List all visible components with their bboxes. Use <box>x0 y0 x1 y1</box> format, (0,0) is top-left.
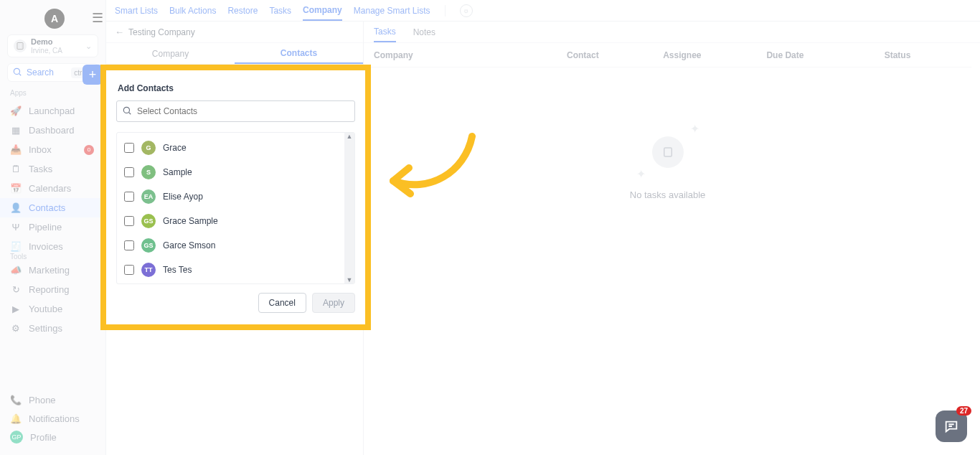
account-switcher[interactable]: Demo Irvine, CA ⌄ <box>7 34 98 57</box>
contact-row[interactable]: SSample <box>117 160 354 184</box>
empty-text: No tasks available <box>630 189 706 200</box>
nav-reporting[interactable]: ↻Reporting <box>0 280 105 299</box>
phone-icon: 📞 <box>10 395 22 405</box>
search-label: Search <box>27 67 67 78</box>
contact-avatar: GS <box>141 238 156 253</box>
toptab-company[interactable]: Company <box>303 1 342 21</box>
dashboard-icon: ▦ <box>10 125 22 136</box>
help-icon[interactable]: ☼ <box>460 4 473 17</box>
contact-checkbox[interactable] <box>124 240 134 250</box>
nav-label: Contacts <box>29 202 65 213</box>
contact-checkbox[interactable] <box>124 216 134 226</box>
invoice-icon: 🧾 <box>10 241 22 252</box>
toptab-smart-lists[interactable]: Smart Lists <box>115 1 158 20</box>
contact-checkbox[interactable] <box>124 265 134 275</box>
contact-checkbox[interactable] <box>124 192 134 202</box>
contact-row[interactable]: TTTes Tes <box>117 258 354 282</box>
back-button[interactable]: ← <box>115 27 124 37</box>
chat-fab[interactable]: 27 <box>936 411 967 442</box>
nav-launchpad[interactable]: 🚀Launchpad <box>0 101 105 121</box>
megaphone-icon: 📣 <box>10 265 22 276</box>
scroll-up-icon[interactable]: ▲ <box>344 133 354 140</box>
calendar-icon: 📅 <box>10 183 22 194</box>
nav-dashboard[interactable]: ▦Dashboard <box>0 121 105 140</box>
nav-settings[interactable]: ⚙Settings <box>0 319 105 338</box>
contacts-icon: 👤 <box>10 202 22 213</box>
toptab-manage[interactable]: Manage Smart Lists <box>354 1 430 20</box>
contact-name: Elise Ayop <box>163 192 203 202</box>
nav-tasks[interactable]: 🗒Tasks <box>0 159 105 179</box>
nav-contacts[interactable]: 👤Contacts <box>0 198 105 217</box>
section-tools: Tools <box>0 253 105 261</box>
cancel-button[interactable]: Cancel <box>258 293 306 313</box>
toptab-bulk-actions[interactable]: Bulk Actions <box>169 1 216 20</box>
subtab-contacts[interactable]: Contacts <box>235 43 363 64</box>
nav-label: Invoices <box>29 241 63 252</box>
bell-icon: 🔔 <box>10 413 22 424</box>
nav-calendars[interactable]: 📅Calendars <box>0 179 105 198</box>
inbox-badge: 0 <box>84 145 94 155</box>
sparkle-icon: ✦ <box>636 167 646 181</box>
nav-youtube[interactable]: ▶Youtube <box>0 299 105 319</box>
subtab-company[interactable]: Company <box>106 43 235 64</box>
search-icon <box>12 67 22 79</box>
contact-row[interactable]: GSGarce Smson <box>117 233 354 258</box>
scroll-down-icon[interactable]: ▼ <box>344 276 354 283</box>
add-contacts-modal: Add Contacts ▲ ▼ GGraceSSampleEAElise Ay… <box>100 65 371 330</box>
rocket-icon: 🚀 <box>10 105 22 116</box>
contact-checkbox[interactable] <box>124 143 134 153</box>
col-assignee: Assignee <box>663 50 759 60</box>
nav-phone[interactable]: 📞Phone <box>0 390 105 409</box>
youtube-icon: ▶ <box>10 304 22 314</box>
contact-avatar: TT <box>141 263 156 277</box>
rtab-notes[interactable]: Notes <box>413 23 435 42</box>
hamburger-icon[interactable]: ☰ <box>92 10 103 26</box>
gear-icon: ⚙ <box>10 323 22 334</box>
contacts-search-input[interactable] <box>116 100 355 122</box>
empty-state: ✦ ✦ No tasks available <box>364 67 971 268</box>
svg-rect-2 <box>664 148 672 156</box>
company-subtabs: Company Contacts <box>106 43 363 65</box>
scrollbar[interactable]: ▲ ▼ <box>344 133 354 283</box>
toptab-tasks[interactable]: Tasks <box>269 1 291 20</box>
rtab-tasks[interactable]: Tasks <box>374 22 396 42</box>
nav-label: Inbox <box>29 144 52 155</box>
nav-label: Marketing <box>29 265 70 276</box>
contact-row[interactable]: GGrace <box>117 136 354 160</box>
svg-rect-0 <box>17 43 23 50</box>
chevron-down-icon: ⌄ <box>85 42 92 51</box>
top-tabs: Smart Lists Bulk Actions Restore Tasks C… <box>106 0 980 22</box>
separator <box>445 5 446 17</box>
profile-avatar: GP <box>10 431 23 444</box>
inbox-icon: 📥 <box>10 144 22 155</box>
nav-inbox[interactable]: 📥Inbox0 <box>0 140 105 159</box>
nav-notifications[interactable]: 🔔Notifications <box>0 409 105 428</box>
nav-label: Settings <box>29 323 62 334</box>
col-duedate: Due Date <box>766 50 862 60</box>
nav-profile[interactable]: GPProfile <box>0 428 105 446</box>
search-icon <box>122 105 132 118</box>
nav-pipeline[interactable]: ΨPipeline <box>0 217 105 237</box>
tasks-columns: Company Contact Assignee Due Date Status <box>364 43 971 67</box>
account-location: Irvine, CA <box>31 47 62 55</box>
contact-row[interactable]: EAElise Ayop <box>117 184 354 209</box>
svg-point-1 <box>14 68 19 74</box>
contacts-list: ▲ ▼ GGraceSSampleEAElise AyopGSGrace Sam… <box>116 132 355 284</box>
apply-button[interactable]: Apply <box>312 293 355 313</box>
col-contact: Contact <box>567 50 663 60</box>
breadcrumb-title: Testing Company <box>128 27 195 37</box>
org-avatar[interactable]: A <box>44 9 65 29</box>
contact-checkbox[interactable] <box>124 167 134 177</box>
nav-label: Profile <box>30 432 57 443</box>
section-apps: Apps <box>0 89 105 97</box>
add-button[interactable]: + <box>83 65 103 85</box>
nav-marketing[interactable]: 📣Marketing <box>0 261 105 280</box>
reporting-icon: ↻ <box>10 284 22 295</box>
contact-row[interactable]: GSGrace Sample <box>117 209 354 233</box>
toptab-restore[interactable]: Restore <box>227 1 258 20</box>
modal-title: Add Contacts <box>116 80 355 100</box>
sparkle-icon: ✦ <box>690 122 699 136</box>
right-panel: Tasks Notes Company Contact Assignee Due… <box>363 22 971 455</box>
contact-avatar: S <box>141 165 156 179</box>
contact-name: Garce Smson <box>163 240 215 250</box>
